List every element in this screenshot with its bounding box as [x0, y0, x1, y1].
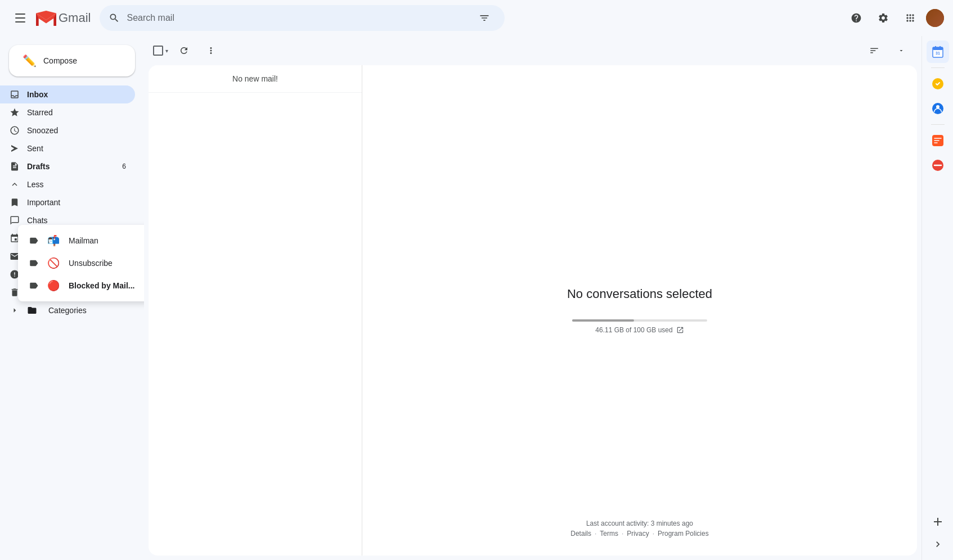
categories-folder-icon: [27, 305, 37, 315]
sidebar-item-label-inbox: Inbox: [27, 90, 126, 99]
details-link[interactable]: Details: [570, 530, 591, 538]
tasks-app-button[interactable]: [927, 73, 949, 95]
gmail-logo: Gmail: [36, 11, 91, 26]
expand-sidebar-button[interactable]: [927, 533, 949, 556]
storage-used-text: 46.11 GB of 100 GB used: [595, 326, 672, 334]
storage-link[interactable]: [676, 326, 684, 334]
search-placeholder: Search mail: [127, 13, 466, 23]
menu-button[interactable]: [9, 7, 32, 29]
header: Gmail Search mail: [0, 0, 953, 36]
avatar[interactable]: [926, 9, 944, 27]
compose-pencil-icon: ✏️: [23, 54, 37, 67]
detail-footer: Last account activity: 3 minutes ago Det…: [570, 520, 708, 538]
add-icon: [931, 515, 945, 529]
sort-button[interactable]: [863, 39, 885, 62]
tag-icon-mailman: [27, 234, 41, 247]
mailman-emoji-icon: 📬: [47, 234, 60, 247]
no-mail-text: No new mail!: [232, 74, 278, 83]
bookmark-icon: [9, 197, 20, 207]
calendar-app-button[interactable]: 31: [927, 40, 949, 63]
blocked-app-icon: [931, 159, 945, 172]
toolbar-dropdown-button[interactable]: [890, 39, 912, 62]
apps-icon: [905, 12, 916, 24]
select-all-checkbox[interactable]: [153, 46, 163, 56]
submenu-label-blocked: Blocked by Mail...: [69, 281, 144, 290]
search-bar[interactable]: Search mail: [100, 5, 505, 31]
storage-text: 46.11 GB of 100 GB used: [572, 326, 707, 334]
help-icon: [851, 12, 862, 24]
search-icon: [109, 12, 120, 24]
submenu-label-mailman: Mailman: [69, 236, 144, 245]
mailman-app-button[interactable]: [927, 129, 949, 152]
sidebar-item-starred[interactable]: Starred: [0, 103, 135, 121]
chat-icon: [9, 215, 20, 225]
sidebar-item-label-sent: Sent: [27, 144, 126, 153]
terms-link[interactable]: Terms: [600, 530, 618, 538]
gmail-text: Gmail: [59, 11, 91, 25]
email-list: No new mail!: [149, 65, 362, 556]
storage-bar-fill: [572, 319, 634, 322]
contacts-app-button[interactable]: [927, 97, 949, 120]
add-app-button[interactable]: [927, 511, 949, 533]
sidebar-item-label-important: Important: [27, 198, 126, 207]
select-all-area[interactable]: ▾: [153, 46, 168, 56]
filter-icon: [479, 12, 490, 24]
app-body: ✏️ Compose Inbox Starred Snoozed: [0, 36, 953, 560]
sidebar-item-label-snoozed: Snoozed: [27, 126, 126, 135]
toolbar-right: [863, 39, 912, 62]
sidebar-item-important[interactable]: Important: [0, 193, 135, 211]
submenu-item-unsubscribe[interactable]: 🚫 Unsubscribe: [18, 252, 144, 274]
svg-text:31: 31: [936, 51, 940, 55]
settings-button[interactable]: [872, 7, 894, 29]
storage-bar-background: [572, 319, 707, 322]
sidebar-item-snoozed[interactable]: Snoozed: [0, 121, 135, 139]
footer-dot-1: ·: [595, 530, 596, 538]
search-filter-button[interactable]: [473, 7, 496, 29]
sidebar-item-label-categories: Categories: [48, 306, 126, 315]
storage-container: 46.11 GB of 100 GB used: [572, 319, 707, 334]
apps-button[interactable]: [899, 7, 921, 29]
sidebar: ✏️ Compose Inbox Starred Snoozed: [0, 36, 144, 560]
submenu-popup: 📬 Mailman 🚫 Unsubscribe 🔴 Blocked by Mai…: [18, 225, 144, 301]
gmail-m-icon: [36, 11, 56, 26]
blocked-app-button[interactable]: [927, 154, 949, 177]
compose-button[interactable]: ✏️ Compose: [9, 45, 135, 76]
header-right: [845, 7, 944, 29]
program-policies-link[interactable]: Program Policies: [658, 530, 709, 538]
chevron-right-icon: [9, 305, 20, 315]
sidebar-item-inbox[interactable]: Inbox: [0, 85, 135, 103]
chevron-up-icon: [9, 179, 20, 189]
contacts-icon: [931, 102, 945, 115]
drafts-count: 6: [122, 162, 126, 170]
star-icon: [9, 107, 20, 118]
apps-bottom: [927, 511, 949, 556]
last-activity-text: Last account activity: 3 minutes ago: [570, 520, 708, 527]
help-button[interactable]: [845, 7, 867, 29]
avatar-image: [926, 9, 944, 27]
sidebar-item-sent[interactable]: Sent: [0, 139, 135, 157]
submenu-item-blocked[interactable]: 🔴 Blocked by Mail... 38: [18, 274, 144, 297]
settings-icon: [878, 12, 889, 24]
tag-icon-blocked: [27, 279, 41, 292]
submenu-item-mailman[interactable]: 📬 Mailman: [18, 229, 144, 252]
footer-dot-3: ·: [653, 530, 654, 538]
sidebar-item-categories[interactable]: Categories: [0, 301, 135, 319]
more-vert-icon: [206, 46, 216, 56]
select-dropdown-icon[interactable]: ▾: [165, 48, 168, 54]
unsubscribe-emoji-icon: 🚫: [47, 257, 60, 269]
sidebar-item-drafts[interactable]: Drafts 6: [0, 157, 135, 175]
more-options-button[interactable]: [200, 39, 222, 62]
submenu-label-unsubscribe: Unsubscribe: [69, 259, 144, 268]
main-content: ▾: [144, 36, 921, 560]
clock-icon: [9, 125, 20, 136]
svg-rect-1: [933, 47, 943, 50]
sidebar-item-label-less: Less: [27, 180, 126, 189]
svg-point-7: [936, 105, 939, 109]
hamburger-icon: [15, 13, 25, 22]
refresh-button[interactable]: [173, 39, 195, 62]
sidebar-item-less[interactable]: Less: [0, 175, 135, 193]
sidebar-item-trash[interactable]: Trash 📬 Mailman 🚫 Unsubscribe: [0, 283, 135, 301]
privacy-link[interactable]: Privacy: [627, 530, 649, 538]
tasks-icon: [931, 77, 945, 91]
chevron-right-sidebar-icon: [932, 539, 943, 550]
